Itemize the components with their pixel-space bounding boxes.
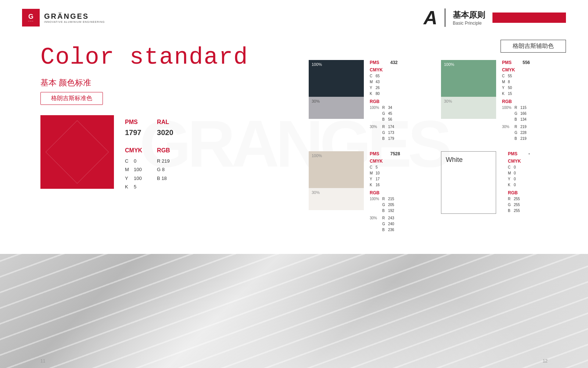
brand-sub: INNOVATIVE ALUMINIUM ENGINEERING <box>44 21 105 23</box>
cmyk-detail-4: C0 M0 Y0 K0 <box>508 164 566 188</box>
header-red-bar <box>492 13 566 23</box>
pct-100-1: 100% <box>312 62 322 67</box>
section-divider <box>445 8 445 27</box>
color-card-1: 100% 30% PMS 432 CMYK C65 M <box>309 60 434 144</box>
ral-group: RAL 3020 RGB R 219 G 8 B 18 <box>157 119 173 191</box>
swatch-30-2: 30% <box>441 97 496 119</box>
color-card-2: 100% 30% PMS 556 CMYK C55 M <box>441 60 566 144</box>
pms-label: PMS <box>125 119 142 125</box>
pms-value: 1797 <box>125 128 142 137</box>
logo-area: G ~~~ GRÄNGES INNOVATIVE ALUMINIUM ENGIN… <box>22 9 105 26</box>
swatch-container-2: 100% 30% <box>441 60 496 119</box>
rgb-detail-3: 100%R215 G205 B192 30%R243 G240 B236 <box>370 196 434 233</box>
swatch-100-3: 100% <box>309 151 364 188</box>
section-letter: A <box>423 7 437 29</box>
page-num-left: 11 <box>40 358 45 364</box>
color-info-3: PMS 7528 CMYK C5 M10 Y17 K16 RGB <box>370 151 434 235</box>
rgb-detail-1: 100%R34 G45 B56 30%R174 G173 B179 <box>370 105 434 142</box>
rgb-values: R 219 G 8 B 18 <box>157 157 173 183</box>
cmyk-detail-2: C55 M8 Y50 K15 <box>502 73 566 97</box>
pct-30-2: 30% <box>444 99 452 103</box>
color-card-3: 100% 30% PMS 7528 CMYK C5 M <box>309 151 434 235</box>
pct-30-1: 30% <box>312 99 320 103</box>
standard-label-box: 格朗吉斯标准色 <box>40 92 103 105</box>
header: G ~~~ GRÄNGES INNOVATIVE ALUMINIUM ENGIN… <box>0 0 588 29</box>
swatch-30-1: 30% <box>309 97 364 119</box>
brand-name: GRÄNGES <box>44 12 105 21</box>
white-label: White <box>446 156 463 164</box>
logo-waves: ~~~ <box>28 20 33 22</box>
standard-label: 格朗吉斯标准色 <box>51 95 92 101</box>
auxiliary-label: 格朗吉斯辅助色 <box>513 43 554 49</box>
swatch-container-3: 100% 30% <box>309 151 364 210</box>
rgb-label: RGB <box>157 147 173 154</box>
color-info-1: PMS 432 CMYK C65 M43 Y26 K80 RGB <box>370 60 434 144</box>
swatch-30-3: 30% <box>309 188 364 210</box>
white-card: White <box>441 151 496 214</box>
pms-group: PMS 1797 CMYK C0 M100 Y100 K5 <box>125 119 142 191</box>
logo-letter: G <box>28 13 33 20</box>
red-swatch <box>40 115 114 189</box>
color-info-2: PMS 556 CMYK C55 M8 Y50 K15 RGB <box>502 60 566 144</box>
rgb-detail-2: 100%R115 G166 B134 30%R219 G228 B219 <box>502 105 566 142</box>
cmyk-detail-1: C65 M43 Y26 K80 <box>370 73 434 97</box>
page-num-right: 12 <box>543 358 548 364</box>
swatch-container-1: 100% 30% <box>309 60 364 119</box>
cmyk-label: CMYK <box>125 147 142 154</box>
ral-value: 3020 <box>157 128 173 137</box>
cmyk-detail-3: C5 M10 Y17 K16 <box>370 164 434 188</box>
logo-box: G ~~~ <box>22 9 40 26</box>
swatch-100-2: 100% <box>441 60 496 97</box>
swatch-100-1: 100% <box>309 60 364 97</box>
auxiliary-label-box: 格朗吉斯辅助色 <box>501 40 566 53</box>
pct-100-3: 100% <box>312 153 322 158</box>
ral-label: RAL <box>157 119 173 125</box>
standard-color-section: 格朗吉斯标准色 PMS 1797 CMYK C0 M100 Y100 K5 R <box>40 92 239 191</box>
bottom-photo: 11 12 <box>0 254 588 368</box>
header-right: A 基本原则 Basic Principle <box>423 7 566 29</box>
color-card-4: White PMS - CMYK C0 M0 Y0 K0 <box>441 151 566 235</box>
section-title-cn: 基本原则 <box>453 10 485 21</box>
color-grid: 100% 30% PMS 432 CMYK C65 M <box>309 60 566 235</box>
pct-30-3: 30% <box>312 190 320 195</box>
section-title-en: Basic Principle <box>453 21 485 26</box>
right-section: 格朗吉斯辅助色 100% 30% PMS 432 <box>309 40 566 235</box>
pct-100-2: 100% <box>444 62 454 67</box>
color-info-4: PMS - CMYK C0 M0 Y0 K0 RGB <box>508 151 566 216</box>
section-title-group: 基本原则 Basic Principle <box>453 10 485 26</box>
cmyk-values: C0 M100 Y100 K5 <box>125 157 142 191</box>
logo-text: GRÄNGES INNOVATIVE ALUMINIUM ENGINEERING <box>44 12 105 23</box>
rgb-detail-4: R255 G255 B255 <box>508 196 566 214</box>
